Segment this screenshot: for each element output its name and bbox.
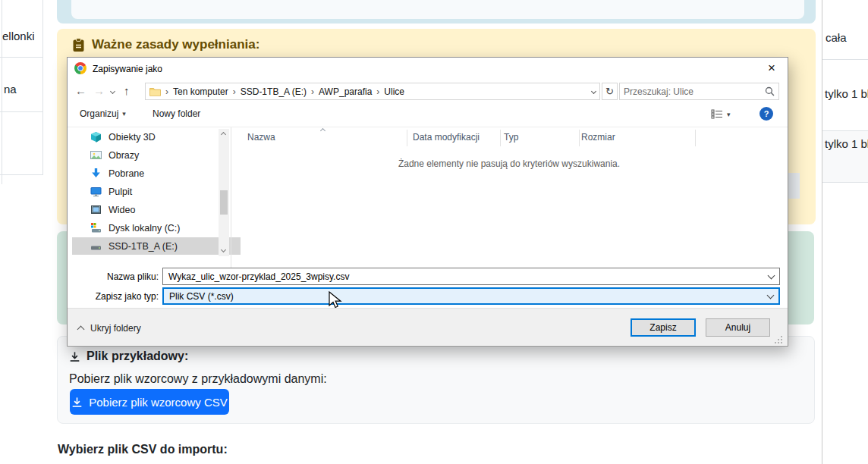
- up-icon: ↑: [124, 84, 130, 97]
- table-border: [42, 0, 43, 174]
- refresh-icon: ↻: [605, 86, 614, 97]
- sample-file-section: Plik przykładowy: Pobierz plik wzorcowy …: [57, 336, 815, 424]
- file-name-combobox[interactable]: Wykaz_ulic_wzor-przyklad_2025_3wpisy.csv: [162, 268, 780, 285]
- column-divider[interactable]: [500, 130, 501, 146]
- sidebar-item-label: Wideo: [108, 205, 135, 215]
- sidebar-item-label: SSD-1TB_A (E:): [108, 241, 178, 252]
- address-dropdown-chevron-icon[interactable]: [591, 89, 596, 94]
- column-header-typ[interactable]: Typ: [504, 132, 518, 143]
- close-button[interactable]: ×: [761, 60, 782, 77]
- dialog-titlebar[interactable]: Zapisywanie jako ×: [68, 58, 788, 79]
- breadcrumb-item[interactable]: SSD-1TB_A (E:): [241, 86, 307, 97]
- column-divider[interactable]: [695, 130, 696, 146]
- sidebar-item-label: Pobrane: [108, 168, 144, 179]
- help-icon: ?: [764, 109, 769, 118]
- save-button-label: Zapisz: [649, 322, 676, 333]
- help-button[interactable]: ?: [760, 107, 773, 121]
- address-bar[interactable]: › Ten komputer › SSD-1TB_A (E:) › AWP_pa…: [145, 83, 600, 100]
- crumb-separator: ›: [233, 86, 236, 97]
- recent-locations-chevron-icon[interactable]: [110, 89, 115, 94]
- page-divider: [822, 0, 822, 464]
- sort-ascending-icon: [320, 128, 326, 133]
- breadcrumb-item[interactable]: Ten komputer: [173, 86, 228, 97]
- sidebar-item-obrazy[interactable]: Obrazy: [72, 146, 241, 164]
- download-arrow-icon: [90, 168, 102, 179]
- chevron-up-icon: [77, 326, 85, 334]
- back-button[interactable]: ←: [75, 85, 86, 96]
- refresh-button[interactable]: ↻: [602, 83, 618, 100]
- pictures-icon: [90, 149, 102, 161]
- resize-grip[interactable]: [775, 336, 776, 337]
- import-heading: Wybierz plik CSV do importu:: [58, 443, 228, 456]
- hide-folders-button[interactable]: Ukryj foldery: [90, 323, 141, 334]
- sample-description: Pobierz plik wzorcowy z przykładowymi da…: [69, 372, 327, 386]
- crumb-separator: ›: [376, 86, 379, 97]
- back-icon: ←: [75, 84, 86, 97]
- chrome-icon: [74, 62, 86, 74]
- warning-title: Ważne zasady wypełniania:: [92, 37, 259, 52]
- table-border: [0, 57, 43, 58]
- table-border: [2, 0, 2, 184]
- sidebar-item-dysk-lokalny-c[interactable]: Dysk lokalny (C:): [72, 219, 241, 237]
- scroll-up-icon[interactable]: [221, 132, 226, 137]
- up-button[interactable]: ↑: [124, 85, 130, 96]
- scrollbar-thumb[interactable]: [220, 190, 228, 215]
- column-divider[interactable]: [407, 130, 407, 146]
- sidebar-item-obiekty-3d[interactable]: Obiekty 3D: [72, 128, 241, 146]
- sidebar-item-ssd-1tb-a-e[interactable]: SSD-1TB_A (E:): [72, 237, 241, 255]
- chevron-down-icon: [767, 291, 775, 299]
- search-box[interactable]: [619, 83, 779, 100]
- drive-icon: [90, 240, 102, 252]
- table-border: [822, 59, 868, 60]
- table-cell: tylko 1 bl: [825, 87, 868, 100]
- download-template-button[interactable]: Pobierz plik wzorcowy CSV: [70, 389, 229, 415]
- info-alert: [57, 0, 816, 24]
- mouse-cursor: [327, 291, 342, 309]
- file-type-combobox[interactable]: Plik CSV (*.csv): [162, 287, 780, 305]
- dialog-title: Zapisywanie jako: [93, 64, 162, 74]
- search-input[interactable]: [620, 85, 765, 99]
- organize-label: Organizuj: [80, 108, 118, 119]
- details-view-icon: [711, 109, 723, 119]
- sample-heading: Plik przykładowy:: [69, 350, 188, 363]
- info-alert-inner: [71, 0, 804, 19]
- save-button[interactable]: Zapisz: [631, 318, 696, 337]
- sidebar-item-wideo[interactable]: Wideo: [72, 201, 241, 218]
- download-template-button-label: Pobierz plik wzorcowy CSV: [89, 396, 228, 409]
- table-border: [0, 111, 43, 112]
- folder-icon: [149, 87, 161, 96]
- download-icon: [69, 351, 80, 362]
- caret-down-icon: ▾: [122, 110, 126, 118]
- breadcrumb-item[interactable]: AWP_parafia: [319, 86, 372, 97]
- view-mode-button[interactable]: ▾: [711, 109, 731, 119]
- sidebar-divider: [231, 127, 231, 268]
- crumb-separator: ›: [165, 86, 168, 97]
- breadcrumb-item[interactable]: Ulice: [384, 86, 404, 97]
- file-type-value: Plik CSV (*.csv): [169, 291, 234, 302]
- scroll-down-icon[interactable]: [221, 247, 226, 252]
- table-cell: ellonki: [2, 30, 35, 42]
- sidebar-item-label: Obiekty 3D: [108, 132, 156, 143]
- sidebar-item-pulpit[interactable]: Pulpit: [72, 183, 241, 200]
- dialog-footer: Ukryj foldery Zapisz Anuluj: [68, 308, 788, 345]
- file-name-label: Nazwa pliku:: [68, 271, 159, 282]
- sample-heading-label: Plik przykładowy:: [86, 350, 188, 363]
- table-border: [822, 130, 868, 131]
- cancel-button[interactable]: Anuluj: [706, 318, 770, 337]
- sidebar-scrollbar[interactable]: [219, 129, 229, 256]
- toolbar-divider: [68, 127, 788, 127]
- forward-button[interactable]: →: [93, 85, 105, 96]
- cancel-button-label: Anuluj: [725, 322, 750, 333]
- close-icon: ×: [768, 61, 775, 76]
- column-header-nazwa[interactable]: Nazwa: [247, 132, 275, 143]
- column-header-data-modyfikacji[interactable]: Data modyfikacji: [413, 132, 480, 143]
- file-name-value: Wykaz_ulic_wzor-przyklad_2025_3wpisy.csv: [168, 271, 349, 282]
- save-dialog: Zapisywanie jako × ← → ↑ › Ten komputer …: [67, 57, 788, 346]
- organize-menu-button[interactable]: Organizuj ▾: [80, 108, 126, 119]
- table-border: [822, 182, 868, 183]
- column-divider[interactable]: [579, 130, 580, 146]
- sidebar-item-pobrane[interactable]: Pobrane: [72, 165, 241, 182]
- column-header-rozmiar[interactable]: Rozmiar: [581, 132, 615, 143]
- table-cell: cała: [826, 31, 847, 44]
- new-folder-button[interactable]: Nowy folder: [153, 108, 200, 119]
